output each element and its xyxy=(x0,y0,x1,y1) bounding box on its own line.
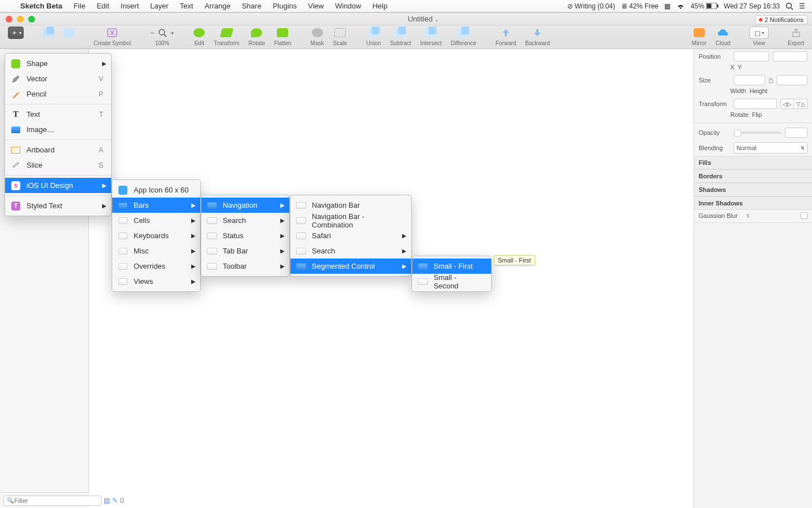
difference-button[interactable]: Difference xyxy=(447,27,479,46)
m1-item-0[interactable]: Shape▶ xyxy=(5,56,111,71)
size-width-field[interactable] xyxy=(734,75,765,85)
close-button[interactable] xyxy=(6,16,12,23)
rotate-button[interactable]: Rotate xyxy=(245,27,268,46)
zoom-control[interactable]: −+ 100% xyxy=(147,27,178,46)
gaussian-checkbox[interactable] xyxy=(801,212,807,219)
zoom-in-button[interactable]: + xyxy=(170,29,175,37)
notifications-button[interactable]: 2 Notifications xyxy=(755,15,807,24)
svg-point-6 xyxy=(159,29,165,35)
m1-item-7[interactable]: ArtboardA xyxy=(5,142,111,157)
m4-item-1[interactable]: Navigation Bar - Combination xyxy=(290,213,411,228)
export-button[interactable]: Export xyxy=(784,27,807,46)
m2-item-2[interactable]: Cells▶ xyxy=(112,213,200,228)
opacity-slider[interactable] xyxy=(734,132,782,134)
status-writing[interactable]: ⊘ Writing (0:04) xyxy=(567,2,615,10)
menubar-clock[interactable]: Wed 27 Sep 16:33 xyxy=(724,2,780,10)
group-button[interactable] xyxy=(39,27,58,46)
document-title[interactable]: Untitled ⌄ xyxy=(35,15,812,23)
inspector-inner-shadows-section[interactable]: Inner Shadows xyxy=(694,196,812,210)
m4-item-3[interactable]: Search▶ xyxy=(290,243,411,259)
menu-help[interactable]: Help xyxy=(367,2,393,10)
m5-item-0[interactable]: Small - First xyxy=(412,259,491,274)
m1-item-10[interactable]: SiOS UI Design▶ xyxy=(5,178,111,193)
slice-icon[interactable]: ✎ xyxy=(112,497,118,505)
m2-item-5[interactable]: Overrides▶ xyxy=(112,259,200,274)
view-button[interactable]: ◻▾View xyxy=(746,27,772,46)
menu-share[interactable]: Share xyxy=(236,2,267,10)
cloud-button[interactable]: Cloud xyxy=(712,27,734,46)
inspector-borders-section[interactable]: Borders xyxy=(694,169,812,183)
m2-item-6[interactable]: Views▶ xyxy=(112,274,200,289)
notification-center-icon[interactable]: ☰ xyxy=(799,2,805,10)
forward-button[interactable]: Forward xyxy=(492,27,520,46)
minimize-button[interactable] xyxy=(17,16,24,23)
menu-layer[interactable]: Layer xyxy=(144,2,174,10)
m1-item-1[interactable]: VectorV xyxy=(5,71,111,86)
lock-icon[interactable] xyxy=(769,77,773,84)
m2-item-3[interactable]: Keyboards▶ xyxy=(112,228,200,243)
m4-item-2[interactable]: Safari▶ xyxy=(290,228,411,243)
scale-button[interactable]: Scale xyxy=(329,27,350,46)
inspector-shadows-section[interactable]: Shadows xyxy=(694,183,812,196)
ungroup-button[interactable] xyxy=(60,27,78,46)
status-grid-icon[interactable]: ▦ xyxy=(664,2,670,10)
position-x-field[interactable] xyxy=(734,51,769,62)
menu-view[interactable]: View xyxy=(302,2,329,10)
menu-window[interactable]: Window xyxy=(329,2,367,10)
menu-insert[interactable]: Insert xyxy=(115,2,145,10)
m1-item-8[interactable]: SliceS xyxy=(5,157,111,173)
status-memory[interactable]: 🖥 42% Free xyxy=(621,2,659,10)
create-symbol-button[interactable]: Create Symbol xyxy=(90,27,134,46)
gaussian-stepper-icon[interactable]: ⇅ xyxy=(746,213,750,218)
tb-rotate-label: Rotate xyxy=(249,40,265,46)
m1-item-2[interactable]: PencilP xyxy=(5,86,111,102)
rotate-field[interactable] xyxy=(734,99,777,109)
spotlight-icon[interactable] xyxy=(785,2,793,10)
m3-item-0[interactable]: Navigation▶ xyxy=(201,198,289,213)
m2-item-1[interactable]: Bars▶ xyxy=(112,198,200,213)
intersect-button[interactable]: Intersect xyxy=(417,27,445,46)
inspector-fills-section[interactable]: Fills xyxy=(694,156,812,169)
menu-arrange[interactable]: Arrange xyxy=(199,2,236,10)
m5-item-1[interactable]: Small - Second xyxy=(412,274,491,289)
zoom-button[interactable] xyxy=(28,16,35,23)
tb-forward-label: Forward xyxy=(496,40,517,46)
flip-horizontal-button[interactable]: ◁▷ xyxy=(780,99,794,109)
m3-item-1[interactable]: Search▶ xyxy=(201,213,289,228)
insert-button[interactable]: ＋▾ xyxy=(5,27,27,46)
m4-item-0[interactable]: Navigation Bar xyxy=(290,198,411,213)
menu-file[interactable]: File xyxy=(68,2,91,10)
filter-input[interactable] xyxy=(3,496,102,506)
m1-item-12[interactable]: TStyled Text▶ xyxy=(5,198,111,213)
mask-button[interactable]: Mask xyxy=(307,27,328,46)
page-list-icon[interactable]: ▤ xyxy=(104,497,110,505)
battery-icon[interactable]: 45% xyxy=(691,2,718,10)
position-y-field[interactable] xyxy=(773,51,808,62)
mirror-button[interactable]: Mirror xyxy=(689,27,710,46)
backward-button[interactable]: Backward xyxy=(522,27,553,46)
subtract-button[interactable]: Subtract xyxy=(387,27,414,46)
m3-item-3[interactable]: Tab Bar▶ xyxy=(201,243,289,259)
transform-button[interactable]: Transform xyxy=(210,27,242,46)
blending-select[interactable]: Normal⇅ xyxy=(734,142,807,154)
app-name[interactable]: Sketch Beta xyxy=(15,2,68,10)
segmented-submenu: Small - FirstSmall - Second xyxy=(412,256,492,292)
size-height-field[interactable] xyxy=(776,75,808,85)
m1-item-5[interactable]: Image… xyxy=(5,122,111,137)
flip-vertical-button[interactable]: ▽△ xyxy=(794,99,807,109)
menu-text[interactable]: Text xyxy=(174,2,199,10)
m3-item-2[interactable]: Status▶ xyxy=(201,228,289,243)
menu-edit[interactable]: Edit xyxy=(91,2,114,10)
union-button[interactable]: Union xyxy=(363,27,385,46)
wifi-icon[interactable] xyxy=(676,3,685,10)
m4-item-4[interactable]: Segmented Control▶ xyxy=(290,259,411,274)
edit-button[interactable]: Edit xyxy=(190,27,208,46)
menu-plugins[interactable]: Plugins xyxy=(267,2,303,10)
opacity-field[interactable] xyxy=(785,128,807,138)
m3-item-4[interactable]: Toolbar▶ xyxy=(201,259,289,274)
m2-item-4[interactable]: Misc▶ xyxy=(112,243,200,259)
zoom-out-button[interactable]: − xyxy=(150,29,155,37)
m1-item-4[interactable]: TTextT xyxy=(5,107,111,122)
flatten-button[interactable]: Flatten xyxy=(271,27,295,46)
m2-item-0[interactable]: App Icon 60 x 60 xyxy=(112,182,200,198)
